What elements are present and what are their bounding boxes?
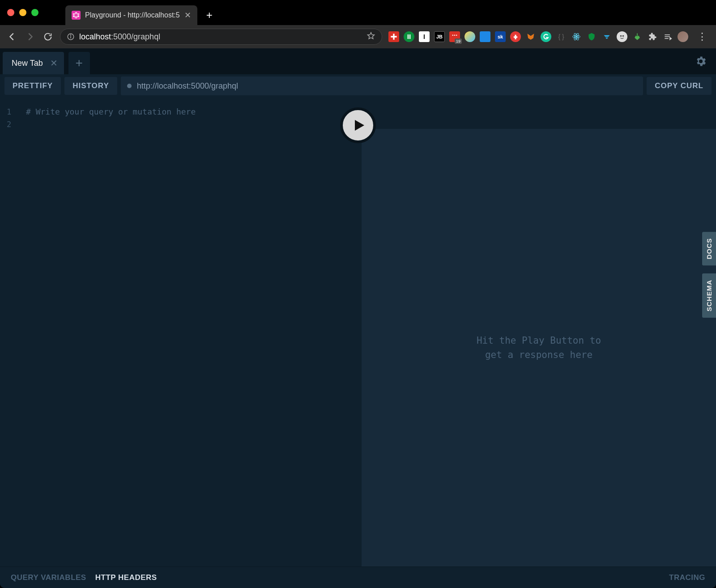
extension-icon[interactable]: JB: [434, 31, 445, 42]
extension-icon[interactable]: [617, 31, 627, 42]
settings-button[interactable]: [686, 48, 716, 74]
close-icon[interactable]: ✕: [50, 58, 58, 68]
extension-icon[interactable]: 19: [449, 31, 460, 42]
svg-marker-1: [73, 13, 78, 17]
extension-icon[interactable]: sk: [495, 31, 506, 42]
gear-icon: [695, 55, 707, 68]
svg-rect-13: [391, 36, 396, 37]
response-placeholder: Hit the Play Button to get a response he…: [477, 333, 601, 362]
browser-toolbar: localhost:5000/graphql I JB 19 sk { }: [0, 25, 716, 48]
address-bar[interactable]: localhost:5000/graphql: [60, 29, 382, 45]
schema-tab[interactable]: SCHEMA: [702, 273, 716, 318]
query-editor[interactable]: 1 2 # Write your query or mutation here: [0, 98, 362, 567]
extension-icon[interactable]: [510, 31, 521, 42]
action-bar: PRETTIFY HISTORY COPY CURL: [0, 74, 716, 98]
extension-icons: I JB 19 sk { }: [388, 31, 688, 42]
play-icon: [351, 117, 367, 133]
svg-point-25: [622, 35, 624, 37]
svg-point-6: [73, 16, 74, 17]
browser-menu-button[interactable]: ⋮: [695, 31, 710, 43]
forward-button[interactable]: [24, 31, 36, 43]
svg-point-10: [70, 35, 71, 35]
svg-point-16: [452, 34, 454, 36]
playground-tab-label: New Tab: [12, 59, 43, 68]
editor-content: # Write your query or mutation here: [26, 106, 358, 118]
back-button[interactable]: [6, 31, 18, 43]
reload-button[interactable]: [42, 31, 54, 43]
tracing-tab[interactable]: TRACING: [669, 573, 705, 582]
line-number: 1: [0, 106, 18, 118]
metamask-icon[interactable]: [525, 31, 536, 42]
grammarly-icon[interactable]: [541, 31, 551, 42]
line-gutter: 1 2: [0, 106, 18, 131]
docs-tab[interactable]: DOCS: [702, 232, 716, 265]
extension-badge: 19: [455, 38, 462, 44]
svg-marker-19: [528, 34, 534, 39]
svg-rect-14: [408, 34, 409, 39]
svg-marker-29: [670, 38, 671, 40]
endpoint-input-wrap[interactable]: [121, 77, 643, 95]
svg-rect-15: [409, 34, 411, 39]
extension-icon[interactable]: [586, 31, 597, 42]
play-button[interactable]: [340, 107, 376, 143]
extension-icon[interactable]: I: [419, 31, 430, 42]
extension-icon[interactable]: [601, 31, 612, 42]
query-variables-tab[interactable]: QUERY VARIABLES: [11, 573, 86, 582]
close-tab-icon[interactable]: ✕: [184, 10, 191, 20]
window-controls: [7, 9, 38, 16]
svg-point-7: [73, 13, 74, 15]
browser-window: Playground - http://localhost:5 ✕ + loca…: [0, 0, 716, 588]
bottom-bar: QUERY VARIABLES HTTP HEADERS TRACING: [0, 567, 716, 588]
side-tabs: DOCS SCHEMA: [702, 232, 716, 318]
media-control-icon[interactable]: [662, 31, 673, 42]
minimize-window-button[interactable]: [19, 9, 26, 16]
extension-icon[interactable]: { }: [556, 31, 567, 42]
extension-icon[interactable]: [404, 31, 414, 42]
maximize-window-button[interactable]: [31, 9, 38, 16]
svg-point-4: [78, 16, 79, 17]
copy-curl-button[interactable]: COPY CURL: [647, 77, 712, 95]
svg-point-18: [456, 34, 457, 36]
svg-marker-30: [355, 120, 364, 131]
graphql-playground: New Tab ✕ + PRETTIFY HISTORY COPY CURL: [0, 48, 716, 588]
new-browser-tab-button[interactable]: +: [206, 9, 213, 21]
titlebar: Playground - http://localhost:5 ✕ +: [0, 0, 716, 25]
endpoint-status-dot-icon: [127, 84, 132, 88]
extension-icon[interactable]: [465, 31, 475, 42]
browser-tab-title: Playground - http://localhost:5: [85, 11, 180, 19]
plus-icon: +: [76, 56, 83, 70]
playground-tab[interactable]: New Tab ✕: [3, 52, 64, 74]
close-window-button[interactable]: [7, 9, 14, 16]
profile-avatar-icon[interactable]: [678, 31, 688, 42]
svg-marker-11: [368, 33, 375, 39]
main-area: 1 2 # Write your query or mutation here …: [0, 98, 716, 567]
bookmark-star-icon[interactable]: [367, 31, 375, 42]
svg-point-24: [620, 35, 622, 37]
extensions-menu-icon[interactable]: [647, 31, 658, 42]
prettify-button[interactable]: PRETTIFY: [4, 77, 61, 95]
line-number: 2: [0, 118, 18, 131]
response-pane: Hit the Play Button to get a response he…: [362, 129, 716, 567]
svg-point-17: [454, 34, 456, 36]
history-button[interactable]: HISTORY: [64, 77, 117, 95]
add-playground-tab-button[interactable]: +: [68, 52, 90, 74]
url-text: localhost:5000/graphql: [79, 32, 362, 42]
site-info-icon[interactable]: [67, 33, 75, 41]
extension-icon[interactable]: [632, 31, 643, 42]
svg-point-20: [575, 36, 577, 37]
browser-tab[interactable]: Playground - http://localhost:5 ✕: [65, 5, 197, 25]
extension-icon[interactable]: [388, 31, 399, 42]
graphql-favicon-icon: [72, 11, 81, 20]
svg-point-3: [78, 13, 79, 15]
http-headers-tab[interactable]: HTTP HEADERS: [95, 573, 157, 582]
react-devtools-icon[interactable]: [571, 31, 582, 42]
playground-tabs: New Tab ✕ +: [0, 48, 716, 74]
extension-icon[interactable]: [480, 31, 490, 42]
endpoint-input[interactable]: [137, 81, 637, 91]
